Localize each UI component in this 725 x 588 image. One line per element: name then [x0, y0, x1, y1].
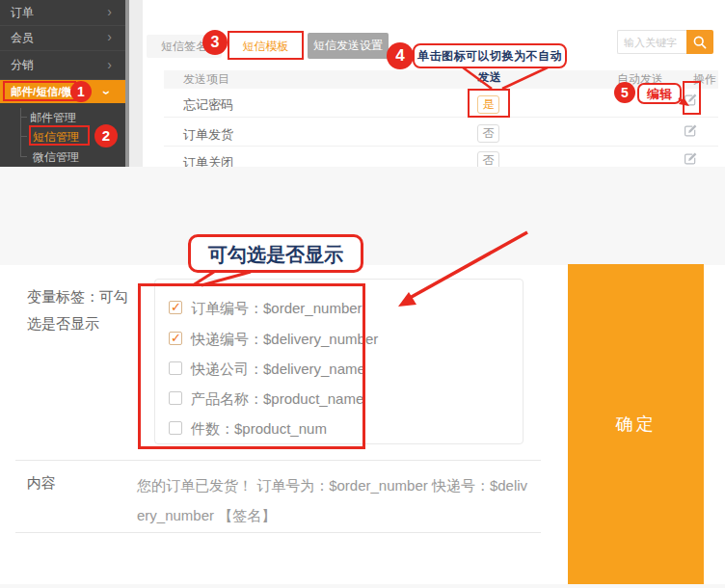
table-header: 发送项目 自动发送 操作 [164, 70, 718, 89]
edit-icon[interactable] [682, 122, 699, 140]
chevron-right-icon: › [107, 50, 112, 79]
tab-sms-template[interactable]: 短信模板 [230, 35, 301, 58]
sidebar: 订单 › 会员 › 分销 › 邮件/短信/微信 › 邮件管理 短信管理 微信管理 [0, 0, 125, 167]
auto-send-toggle[interactable]: 否 [477, 151, 499, 167]
sidebar-subitem-wechat-manage[interactable]: 微信管理 [0, 149, 125, 166]
table-row-name: 忘记密码 [183, 96, 233, 114]
row-divider [164, 146, 718, 147]
chevron-down-icon: › [96, 91, 120, 95]
sidebar-item-members[interactable]: 会员 › [0, 25, 125, 51]
tab-label: 短信签名 [161, 40, 207, 53]
col-header-action: 操作 [693, 70, 716, 89]
sidebar-item-mail-sms-wechat[interactable]: 邮件/短信/微信 › [0, 80, 125, 103]
search-input[interactable] [617, 30, 686, 54]
checkbox-label: 订单编号：$order_number [191, 299, 362, 317]
page-background-band [0, 167, 725, 265]
sidebar-item-distribution[interactable]: 分销 › [0, 50, 125, 80]
submenu-label: 微信管理 [33, 150, 79, 164]
sidebar-subitem-sms-manage[interactable]: 短信管理 [0, 129, 125, 146]
sidebar-item-label: 邮件/短信/微信 [11, 86, 83, 97]
form-divider [15, 460, 541, 461]
chevron-right-icon: › [107, 25, 112, 48]
sidebar-item-label: 分销 [11, 58, 34, 71]
checkbox-label: 产品名称：$product_name [191, 389, 363, 408]
sidebar-subitem-mail-manage[interactable]: 邮件管理 [0, 110, 125, 126]
content-label: 内容 [27, 474, 56, 493]
variable-label: 变量标签：可勾选是否显示 [27, 283, 139, 337]
col-header-auto-send: 自动发送 [617, 70, 663, 89]
bottom-background-strip [0, 584, 725, 588]
auto-send-toggle[interactable]: 否 [477, 124, 499, 143]
edit-icon[interactable] [682, 150, 699, 167]
search-button[interactable] [686, 30, 713, 54]
sidebar-item-orders[interactable]: 订单 › [0, 0, 125, 26]
checkbox-label: 快递编号：$delivery_number [191, 330, 378, 348]
tab-sms-send-settings[interactable]: 短信发送设置 [308, 33, 389, 59]
checkbox-icon [169, 301, 182, 314]
edit-icon[interactable] [682, 92, 699, 109]
table-row-name: 订单关闭 [183, 154, 233, 167]
form-divider [15, 532, 541, 533]
auto-send-toggle[interactable]: 是 [477, 95, 499, 114]
checkbox-icon [169, 391, 182, 405]
content-text: 您的订单已发货！ 订单号为：$order_number 快递号：$deliver… [137, 470, 530, 530]
search-icon [691, 34, 709, 51]
submenu-label: 短信管理 [33, 130, 79, 144]
tab-label: 短信模板 [243, 40, 289, 53]
layout-gutter [129, 0, 143, 167]
row-divider [164, 117, 718, 118]
admin-screenshot-panel: 订单 › 会员 › 分销 › 邮件/短信/微信 › 邮件管理 短信管理 微信管理… [0, 0, 725, 167]
col-header-send-item: 发送项目 [183, 70, 229, 89]
table-row-name: 订单发货 [183, 126, 233, 144]
checkbox-icon [169, 332, 182, 345]
sidebar-item-label: 会员 [11, 31, 34, 44]
confirm-button[interactable]: 确定 [568, 264, 704, 584]
sidebar-item-label: 订单 [11, 6, 34, 19]
tab-sms-signature[interactable]: 短信签名 [147, 35, 222, 58]
submenu-label: 邮件管理 [30, 111, 76, 124]
checkbox-icon [169, 361, 182, 375]
tab-label: 短信发送设置 [313, 39, 383, 52]
checkbox-label: 快递公司：$delivery_name [191, 360, 365, 378]
chevron-right-icon: › [107, 0, 112, 23]
checkbox-icon [169, 421, 182, 435]
checkbox-label: 件数：$product_num [191, 419, 327, 438]
